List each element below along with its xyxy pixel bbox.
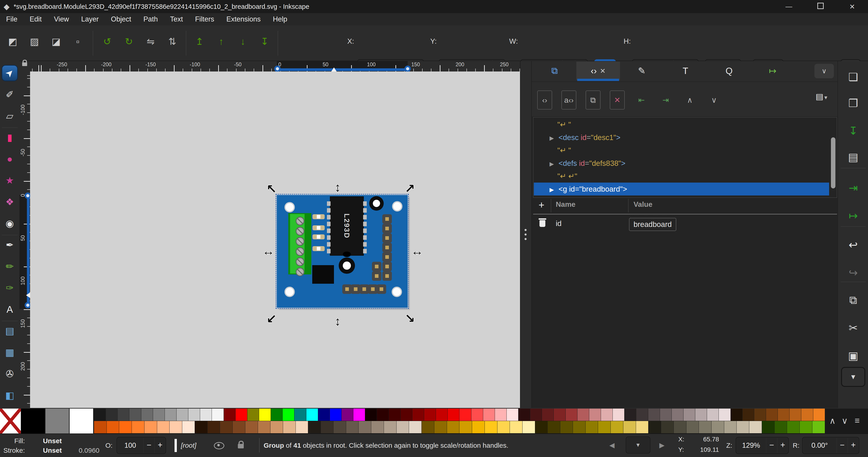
palette-swatch[interactable] [743,408,754,421]
scale-handle-w[interactable]: ↔ [262,245,275,257]
palette-swatch[interactable] [45,408,69,433]
delete-node-button[interactable]: ✕ [610,90,625,110]
palette-swatch[interactable] [21,408,45,433]
stroke-value[interactable]: Unset [43,447,62,454]
xml-text-node[interactable]: "↵ ↵" [534,170,829,182]
gradient-tool[interactable]: ▤ [2,323,17,339]
save-button[interactable]: ↧ [838,124,868,137]
palette-swatch[interactable] [306,408,318,421]
stroke-width-value[interactable]: 0.0960 [79,447,99,454]
lower-button[interactable]: ↓ [236,34,250,49]
palette-swatch[interactable] [578,408,589,421]
palette-swatch[interactable] [169,421,182,433]
tab-export[interactable]: ↦ [751,61,795,80]
palette-swatch[interactable] [321,421,333,433]
palette-swatch[interactable] [208,421,220,433]
palette-swatch[interactable] [812,421,825,433]
guide-lock-icon[interactable] [22,62,27,66]
next-layer-button[interactable]: ▶ [659,441,664,449]
scale-handle-e[interactable]: ↔ [411,245,423,257]
palette-swatch[interactable] [70,408,93,433]
palette-swatch[interactable] [459,421,472,433]
xml-text-node[interactable]: "↵ " [534,144,829,157]
tab-text[interactable]: T [663,61,707,80]
rotate-ccw-button[interactable]: ↺ [100,34,115,49]
palette-swatch[interactable] [775,421,787,433]
no-color-swatch[interactable] [0,408,21,433]
palette-swatch[interactable] [737,421,749,433]
previous-layer-button[interactable]: ◀ [609,441,615,449]
palette-swatch[interactable] [611,421,623,433]
star-tool[interactable]: ★ [2,173,17,188]
palette-swatch[interactable] [530,408,542,421]
palette-swatch[interactable] [686,421,699,433]
text-tool[interactable]: A [2,302,17,317]
layout-toggle-button[interactable]: ▤▼ [811,92,833,108]
zoom-decrement-button[interactable]: − [766,437,777,453]
palette-swatch[interactable] [813,408,825,421]
palette-swatch[interactable] [195,421,207,433]
palette-swatch[interactable] [554,408,565,421]
menu-filters[interactable]: Filters [189,15,220,23]
palette-swatch[interactable] [129,408,141,421]
menu-edit[interactable]: Edit [24,15,48,23]
menu-object[interactable]: Object [105,15,137,23]
current-layer-label[interactable]: [root] [181,441,196,449]
palette-swatch[interactable] [789,408,801,421]
board[interactable]: L293D [277,195,408,308]
palette-swatch[interactable] [132,421,144,433]
duplicate-node-button[interactable]: ⧉ [586,90,600,110]
maximize-button[interactable] [805,3,836,11]
palette-swatch[interactable] [232,421,245,433]
layer-visibility-icon[interactable] [214,442,224,449]
palette-swatch[interactable] [648,408,660,421]
palette-swatch[interactable] [424,408,436,421]
scale-handle-se[interactable]: ↘ [405,312,415,324]
palette-swatch[interactable] [749,421,762,433]
palette-swatch[interactable] [636,421,648,433]
palette-swatch[interactable] [283,421,296,433]
palette-swatch[interactable] [566,408,577,421]
node-tool[interactable]: ✐ [2,87,17,102]
palette-swatch[interactable] [220,421,232,433]
palette-swatch[interactable] [377,408,389,421]
palette-swatch[interactable] [483,408,495,421]
attribute-value-input[interactable]: breadboard [629,218,676,231]
opacity-field[interactable]: 100 − + [117,437,166,454]
palette-swatch[interactable] [401,408,412,421]
mesh-gradient-tool[interactable]: ▦ [2,345,17,360]
palette-swatch[interactable] [359,421,371,433]
palette-swatch[interactable] [672,408,683,421]
rotation-increment-button[interactable]: + [848,437,859,453]
palette-swatch[interactable] [153,408,164,421]
attribute-row[interactable]: id breadboard [533,216,837,232]
tab-xml-editor[interactable]: ‹›✕ [576,61,620,80]
palette-swatch[interactable] [258,421,271,433]
palette-swatch[interactable] [787,421,800,433]
pen-tool[interactable]: ✒ [2,237,17,253]
palette-swatch[interactable] [601,408,613,421]
paste-button[interactable]: ▣ [838,349,868,362]
palette-swatch[interactable] [510,421,522,433]
menu-extensions[interactable]: Extensions [220,15,267,23]
palette-swatch[interactable] [436,408,447,421]
expander-icon[interactable]: ▶ [547,132,556,144]
more-commands-button[interactable]: ▼ [841,367,865,387]
flip-vertical-button[interactable]: ⇅ [165,34,180,49]
palette-swatch[interactable] [762,421,774,433]
palette-swatch[interactable] [107,421,119,433]
palette-scroll-up-button[interactable]: ∧ [829,416,836,426]
palette-swatch[interactable] [683,408,695,421]
palette-swatch[interactable] [471,408,483,421]
palette-swatch[interactable] [412,408,424,421]
palette-swatch[interactable] [247,408,259,421]
palette-swatch[interactable] [766,408,778,421]
palette-swatch[interactable] [535,421,548,433]
tab-fill-stroke[interactable]: ✎ [620,61,663,80]
tab-layers[interactable]: ⧉ [533,61,576,80]
palette-swatch[interactable] [334,421,346,433]
palette-swatch[interactable] [165,408,176,421]
paint-bucket-tool[interactable]: ◧ [2,388,17,403]
canvas[interactable]: L293D ↖↕↗↔↔↙↕↘ [30,72,520,408]
fill-value[interactable]: Unset [43,437,62,445]
